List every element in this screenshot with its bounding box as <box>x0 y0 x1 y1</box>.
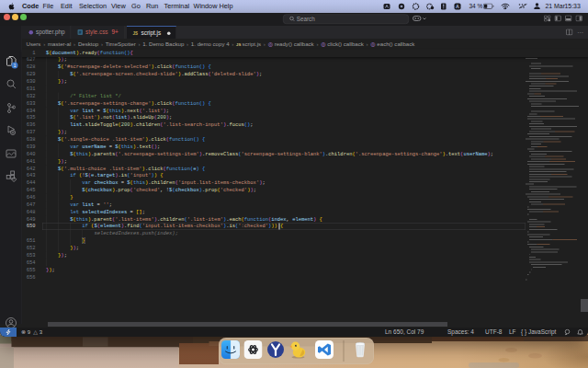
svg-text:A: A <box>456 4 459 9</box>
